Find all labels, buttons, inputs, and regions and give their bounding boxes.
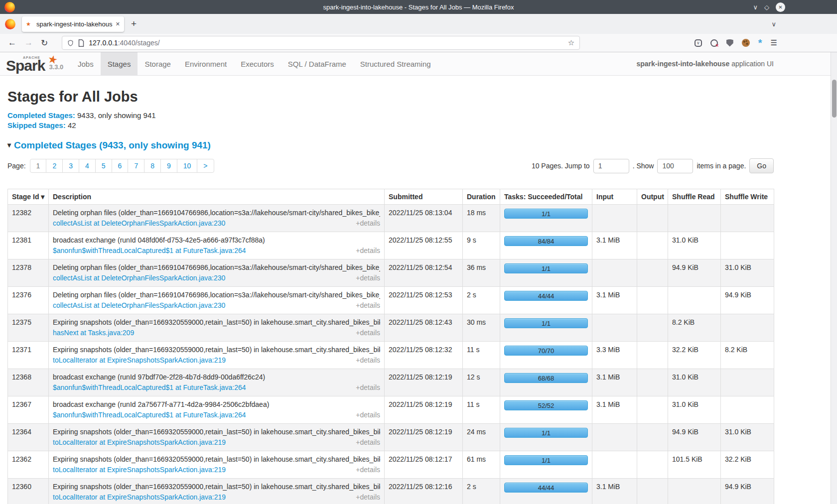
header-tasks[interactable]: Tasks: Succeeded/Total xyxy=(500,189,592,205)
stage-callsite-link[interactable]: collectAsList at DeleteOrphanFilesSparkA… xyxy=(53,301,225,310)
page-button-3[interactable]: 3 xyxy=(62,159,79,173)
input-cell: 3.3 MiB xyxy=(592,342,637,369)
extension-asterisk-icon[interactable]: * xyxy=(758,39,762,47)
description-cell: Expiring snapshots (older_than=166932055… xyxy=(49,451,385,479)
details-toggle[interactable]: +details xyxy=(356,493,380,502)
page-button-5[interactable]: 5 xyxy=(95,159,112,173)
containers-extension-icon[interactable] xyxy=(710,39,718,47)
details-toggle[interactable]: +details xyxy=(356,329,380,337)
page-label: Page: xyxy=(7,162,26,170)
stage-description: Deleting orphan files (older_than=166910… xyxy=(53,263,380,272)
forward-button[interactable]: → xyxy=(24,38,33,48)
go-button[interactable]: Go xyxy=(749,158,774,173)
tab-close-icon[interactable]: ✕ xyxy=(116,21,120,27)
page-info-icon[interactable] xyxy=(78,39,84,47)
task-progress-bar: 68/68 xyxy=(504,373,588,383)
header-output[interactable]: Output xyxy=(637,189,668,205)
details-toggle[interactable]: +details xyxy=(356,466,380,474)
page-button-6[interactable]: 6 xyxy=(112,159,129,173)
details-toggle[interactable]: +details xyxy=(356,274,380,282)
header-duration[interactable]: Duration xyxy=(463,189,500,205)
table-row: 12378 Deleting orphan files (older_than=… xyxy=(8,259,774,287)
nav-tab-stages[interactable]: Stages xyxy=(101,52,138,75)
vertical-scrollbar[interactable] xyxy=(831,52,837,504)
url-bar[interactable]: 127.0.0.1:4040/stages/ ☆ xyxy=(62,36,580,50)
nav-tab-storage[interactable]: Storage xyxy=(138,52,178,75)
header-description[interactable]: Description xyxy=(49,189,385,205)
page-button-1[interactable]: 1 xyxy=(30,159,47,173)
stage-id: 12368 xyxy=(12,373,31,381)
ublock-shield-icon[interactable] xyxy=(726,39,733,47)
completed-stages-section-toggle[interactable]: ▾Completed Stages (9433, only showing 94… xyxy=(7,140,774,151)
window-minimize-icon[interactable]: ∨ xyxy=(753,3,758,11)
nav-tab-executors[interactable]: Executors xyxy=(234,52,281,75)
new-tab-button[interactable]: + xyxy=(131,18,137,29)
input-cell xyxy=(592,259,637,287)
nav-tab-structured-streaming[interactable]: Structured Streaming xyxy=(353,52,438,75)
stage-callsite-link[interactable]: collectAsList at DeleteOrphanFilesSparkA… xyxy=(53,274,225,282)
header-input[interactable]: Input xyxy=(592,189,637,205)
nav-tab-jobs[interactable]: Jobs xyxy=(71,52,101,75)
shield-permissions-icon[interactable] xyxy=(67,39,74,47)
details-toggle[interactable]: +details xyxy=(356,247,380,255)
table-row: 12367 broadcast exchange (runId 2a75677f… xyxy=(8,396,774,424)
page-button-8[interactable]: 8 xyxy=(144,159,161,173)
header-submitted[interactable]: Submitted xyxy=(385,189,463,205)
window-close-icon[interactable]: ✕ xyxy=(776,2,785,12)
show-text: . Show xyxy=(633,162,654,170)
scrollbar-thumb[interactable] xyxy=(832,80,837,118)
duration-cell: 30 ms xyxy=(463,314,500,342)
bookmark-star-icon[interactable]: ☆ xyxy=(568,38,574,47)
back-button[interactable]: ← xyxy=(8,38,16,48)
window-maximize-icon[interactable]: ◇ xyxy=(764,3,769,11)
stage-callsite-link[interactable]: collectAsList at DeleteOrphanFilesSparkA… xyxy=(53,219,225,228)
page-button-next[interactable]: > xyxy=(197,159,214,173)
details-toggle[interactable]: +details xyxy=(356,411,380,419)
nav-tab-environment[interactable]: Environment xyxy=(178,52,234,75)
page-button-2[interactable]: 2 xyxy=(46,159,63,173)
stage-callsite-link[interactable]: toLocalIterator at ExpireSnapshotsSparkA… xyxy=(53,438,226,447)
page-button-7[interactable]: 7 xyxy=(128,159,144,173)
page-button-4[interactable]: 4 xyxy=(79,159,96,173)
cookie-extension-icon[interactable] xyxy=(742,39,750,47)
spark-logo[interactable]: Spark APACHE ★ 3.3.0 xyxy=(0,52,69,75)
stage-callsite-link[interactable]: $anonfun$withThreadLocalCaptured$1 at Fu… xyxy=(53,247,246,255)
page-button-10[interactable]: 10 xyxy=(177,159,198,173)
stage-callsite-link[interactable]: toLocalIterator at ExpireSnapshotsSparkA… xyxy=(53,356,226,365)
header-shuffle-read[interactable]: Shuffle Read xyxy=(668,189,721,205)
task-progress-label: 1/1 xyxy=(505,428,587,437)
stage-callsite-link[interactable]: $anonfun$withThreadLocalCaptured$1 at Fu… xyxy=(53,411,246,419)
stage-callsite-link[interactable]: $anonfun$withThreadLocalCaptured$1 at Fu… xyxy=(53,383,246,392)
stage-callsite-link[interactable]: hasNext at Tasks.java:209 xyxy=(53,329,134,337)
details-toggle[interactable]: +details xyxy=(356,383,380,392)
url-host: 127.0.0.1 xyxy=(89,39,118,47)
reload-button[interactable]: ↻ xyxy=(41,38,48,48)
details-toggle[interactable]: +details xyxy=(356,356,380,365)
shuffle-write-cell xyxy=(721,396,774,424)
tab-overflow-chevron-icon[interactable]: ∨ xyxy=(771,20,776,28)
nav-tab-sql-dataframe[interactable]: SQL / DataFrame xyxy=(281,52,353,75)
shuffle-write-cell: 31.0 KiB xyxy=(721,424,774,451)
hamburger-menu-icon[interactable]: ☰ xyxy=(771,38,777,47)
window-titlebar: spark-ingest-into-lakehouse - Stages for… xyxy=(0,0,837,14)
browser-tab[interactable]: ★ spark-ingest-into-lakehous ✕ xyxy=(22,16,124,32)
page-button-9[interactable]: 9 xyxy=(160,159,177,173)
description-cell: Expiring snapshots (older_than=166932055… xyxy=(49,342,385,369)
task-progress-bar: 84/84 xyxy=(504,236,588,246)
details-toggle[interactable]: +details xyxy=(356,438,380,447)
jump-to-page-input[interactable] xyxy=(593,159,629,173)
stage-id: 12362 xyxy=(12,455,31,463)
task-progress-label: 1/1 xyxy=(505,319,587,328)
stage-callsite-link[interactable]: toLocalIterator at ExpireSnapshotsSparkA… xyxy=(53,493,226,502)
shuffle-read-cell: 94.9 KiB xyxy=(668,424,721,451)
stage-callsite-link[interactable]: toLocalIterator at ExpireSnapshotsSparkA… xyxy=(53,466,226,474)
items-per-page-input[interactable] xyxy=(657,159,693,173)
pocket-icon[interactable]: ∨ xyxy=(695,39,702,47)
details-toggle[interactable]: +details xyxy=(356,301,380,310)
header-stage-id[interactable]: Stage Id ▾ xyxy=(8,189,49,205)
url-text[interactable]: 127.0.0.1:4040/stages/ xyxy=(89,39,159,47)
header-shuffle-write[interactable]: Shuffle Write xyxy=(721,189,774,205)
output-cell xyxy=(637,451,668,479)
stage-id-cell: 12362 xyxy=(8,451,49,479)
details-toggle[interactable]: +details xyxy=(356,219,380,228)
